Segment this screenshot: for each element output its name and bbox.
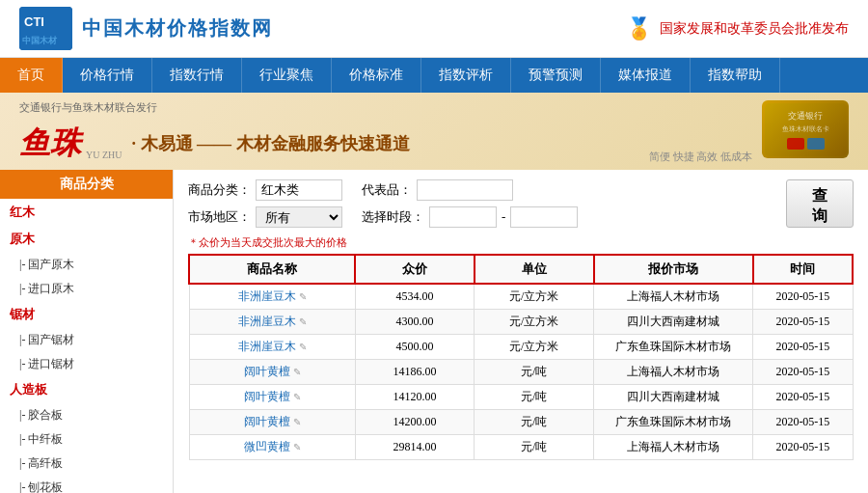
market-select[interactable]: 所有 [256,206,342,228]
edit-icon[interactable]: ✎ [299,342,307,352]
product-type-input[interactable] [256,179,342,201]
period-end-input[interactable] [510,206,578,228]
cell-market: 广东鱼珠国际木材市场 [594,335,753,360]
form-row-2: 市场地区： 所有 选择时段： - [188,206,776,228]
bank-card: 交通银行 鱼珠木材联名卡 [762,100,849,158]
search-form-area: 商品分类： 代表品： 市场地区： 所有 [188,179,854,228]
nav-index[interactable]: 指数行情 [152,58,242,93]
product-row: 代表品： [362,179,513,201]
period-row: 选择时段： - [362,206,578,228]
cell-time: 2020-05-15 [753,360,853,385]
edit-icon[interactable]: ✎ [293,417,301,427]
header: CTI 中国木材 中国木材价格指数网 🏅 国家发展和改革委员会批准发布 [0,0,868,58]
product-link[interactable]: 阔叶黄檀 [244,365,290,378]
product-link[interactable]: 非洲崖豆木 [238,289,296,303]
cell-market: 上海福人木材市场 [594,360,753,385]
sidebar-item-jucai[interactable]: 锯材 [0,301,173,328]
col-header-market: 报价市场 [594,255,753,284]
cell-unit: 元/吨 [475,360,594,385]
sidebar-item-paohuaban[interactable]: |- 刨花板 [0,476,173,493]
cell-unit: 元/吨 [475,410,594,435]
cell-price: 29814.00 [355,435,475,460]
product-link[interactable]: 阔叶黄檀 [244,390,290,403]
table-row: 非洲崖豆木 ✎4534.00元/立方米上海福人木材市场2020-05-15 [189,284,853,310]
product-input[interactable] [417,179,513,201]
cell-market: 上海福人木材市场 [594,435,753,460]
edit-icon[interactable]: ✎ [293,392,301,402]
cell-price: 4500.00 [355,335,475,360]
sidebar-item-hongmu[interactable]: 红木 [0,199,173,226]
product-link[interactable]: 阔叶黄檀 [244,415,290,428]
banner-slogan: · 木易通 —— 木材金融服务快速通道 [132,132,410,155]
edit-icon[interactable]: ✎ [293,367,301,377]
cell-price: 4534.00 [355,284,475,310]
product-link[interactable]: 微凹黄檀 [244,440,290,453]
product-link[interactable]: 非洲崖豆木 [238,340,296,353]
sidebar-item-renzaoban[interactable]: 人造板 [0,376,173,403]
nav-help[interactable]: 指数帮助 [691,58,780,93]
edit-icon[interactable]: ✎ [299,316,307,327]
cell-time: 2020-05-15 [753,310,853,335]
col-header-unit: 单位 [475,255,594,284]
banner-subtitle: 交通银行与鱼珠木材联合发行 [19,100,157,115]
sidebar-item-yuanmu[interactable]: 原木 [0,226,173,253]
sidebar-item-guochan-yuanmu[interactable]: |- 国产原木 [0,253,173,277]
logo: CTI 中国木材 中国木材价格指数网 [19,7,273,50]
cell-time: 2020-05-15 [753,435,853,460]
main-nav: 首页 价格行情 指数行情 行业聚焦 价格标准 指数评析 预警预测 媒体报道 指数… [0,58,868,93]
table-row: 阔叶黄檀 ✎14186.00元/吨上海福人木材市场2020-05-15 [189,360,853,385]
nav-home[interactable]: 首页 [0,58,63,93]
nav-price[interactable]: 价格行情 [63,58,152,93]
sidebar-item-guochan-jucai[interactable]: |- 国产锯材 [0,328,173,352]
cell-unit: 元/立方米 [475,284,594,310]
nav-media[interactable]: 媒体报道 [601,58,691,93]
sidebar-item-zhongxianban[interactable]: |- 中纤板 [0,427,173,452]
product-type-row: 商品分类： [188,179,342,201]
cell-name: 非洲崖豆木 ✎ [189,284,355,310]
cell-price: 14186.00 [355,360,475,385]
table-note: ＊众价为当天成交批次最大的价格 [188,235,854,250]
nav-forecast[interactable]: 预警预测 [511,58,601,93]
cell-market: 四川大西南建材城 [594,310,753,335]
edit-icon[interactable]: ✎ [293,442,301,452]
authority-text: 国家发展和改革委员会批准发布 [660,20,849,38]
brand-pinyin: YU ZHU [86,150,122,160]
edit-icon[interactable]: ✎ [299,291,307,302]
period-start-input[interactable] [429,206,497,228]
nav-analysis[interactable]: 指数评析 [421,58,511,93]
cell-market: 上海福人木材市场 [594,284,753,310]
cell-time: 2020-05-15 [753,335,853,360]
col-header-time: 时间 [753,255,853,284]
sidebar-item-jinkuo-jucai[interactable]: |- 进口锯材 [0,352,173,376]
cell-price: 4300.00 [355,310,475,335]
sidebar-item-jinkuo-yuanmu[interactable]: |- 进口原木 [0,277,173,301]
cell-name: 非洲崖豆木 ✎ [189,335,355,360]
query-button[interactable]: 查询 [786,179,854,228]
product-link[interactable]: 非洲崖豆木 [238,315,296,328]
cell-time: 2020-05-15 [753,385,853,410]
sidebar: 商品分类 红木 原木 |- 国产原木 |- 进口原木 锯材 |- 国产锯材 |-… [0,170,174,493]
nav-industry[interactable]: 行业聚焦 [242,58,332,93]
nav-standard[interactable]: 价格标准 [332,58,421,93]
col-header-name: 商品名称 [189,255,355,284]
market-label: 市场地区： [188,208,251,226]
cell-unit: 元/立方米 [475,310,594,335]
sidebar-item-jiaoheban[interactable]: |- 胶合板 [0,403,173,427]
site-title: 中国木材价格指数网 [82,15,273,41]
brand-name: 鱼珠 [19,123,81,165]
svg-text:CTI: CTI [24,14,44,29]
svg-text:中国木材: 中国木材 [22,36,58,45]
period-label: 选择时段： [362,208,424,226]
cell-time: 2020-05-15 [753,284,853,310]
table-row: 阔叶黄檀 ✎14200.00元/吨广东鱼珠国际木材市场2020-05-15 [189,410,853,435]
price-table: 商品名称 众价 单位 报价市场 时间 非洲崖豆木 ✎4534.00元/立方米上海… [188,254,854,460]
cell-market: 广东鱼珠国际木材市场 [594,410,753,435]
cell-time: 2020-05-15 [753,410,853,435]
cell-name: 阔叶黄檀 ✎ [189,385,355,410]
market-row: 市场地区： 所有 [188,206,342,228]
form-row-1: 商品分类： 代表品： [188,179,776,201]
sidebar-item-gaoxianban[interactable]: |- 高纤板 [0,452,173,476]
authority-area: 🏅 国家发展和改革委员会批准发布 [626,16,849,41]
cell-name: 微凹黄檀 ✎ [189,435,355,460]
form-fields: 商品分类： 代表品： 市场地区： 所有 [188,179,776,228]
